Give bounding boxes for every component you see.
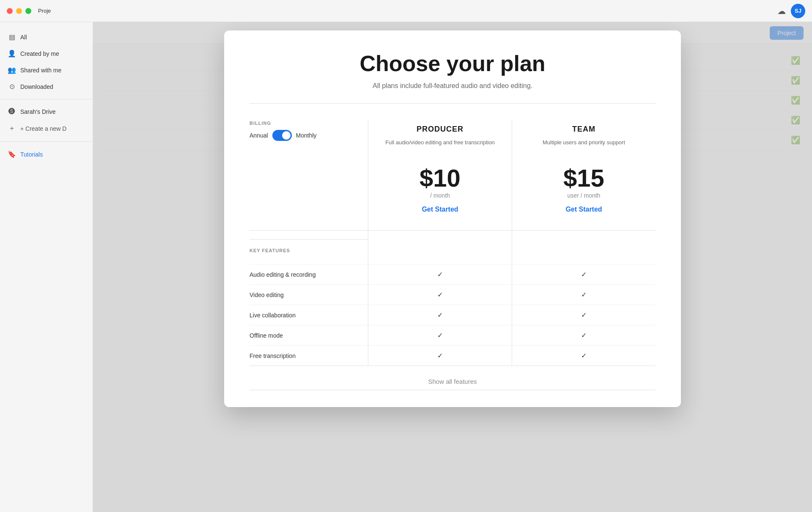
traffic-lights: [7, 8, 31, 14]
billing-col: BILLING Annual Monthly: [250, 121, 368, 230]
producer-plan-name: PRODUCER: [381, 121, 499, 134]
annual-label: Annual: [250, 132, 268, 139]
sidebar-item-created-by-me[interactable]: 👤 Created by me: [0, 45, 93, 62]
producer-get-started-button[interactable]: Get Started: [422, 206, 458, 213]
modal-header-divider: [250, 103, 656, 104]
shared-with-icon: 👥: [8, 66, 16, 74]
sidebar-label-shared: Shared with me: [20, 67, 61, 74]
sidebar-item-tutorials[interactable]: 🔖 Tutorials: [0, 146, 93, 162]
producer-plan-col: PRODUCER Full audio/video editing and fr…: [368, 121, 512, 230]
toggle-knob: [282, 131, 291, 140]
sidebar-label-created: Created by me: [20, 50, 59, 57]
feature-check-transcription-producer: ✓: [368, 345, 512, 366]
main-content: Project ✅ ✅ ✅ ✅ ✅ Choose your plan: [93, 22, 812, 512]
modal-bottom-bar: [250, 390, 656, 390]
key-features-spacer-2: [512, 230, 656, 264]
plus-icon: ＋: [8, 124, 16, 133]
feature-check-audio-team: ✓: [512, 264, 656, 284]
feature-label-video: Video editing: [250, 284, 368, 305]
sidebar-label-all: All: [20, 34, 27, 41]
avatar[interactable]: SJ: [791, 4, 805, 18]
producer-plan-description: Full audio/video editing and free transc…: [381, 139, 499, 156]
feature-check-collab-team: ✓: [512, 305, 656, 325]
sidebar-drive-label: Sarah's Drive: [20, 108, 56, 115]
feature-label-audio: Audio editing & recording: [250, 264, 368, 284]
show-all-row: Show all features: [250, 366, 656, 390]
create-new-label: + Create a new D: [20, 125, 66, 132]
feature-check-transcription-team: ✓: [512, 345, 656, 366]
modal-subtitle: All plans include full-featured audio an…: [250, 82, 656, 90]
feature-check-offline-team: ✓: [512, 325, 656, 345]
modal-title: Choose your plan: [250, 51, 656, 76]
producer-price: $10: [381, 166, 499, 190]
create-new-item[interactable]: ＋ + Create a new D: [0, 120, 93, 137]
key-features-label: KEY FEATURES: [250, 239, 368, 260]
created-by-me-icon: 👤: [8, 50, 16, 58]
feature-check-collab-producer: ✓: [368, 305, 512, 325]
producer-price-period: / month: [381, 192, 499, 199]
sidebar-item-shared-with[interactable]: 👥 Shared with me: [0, 62, 93, 78]
team-plan-name: TEAM: [525, 121, 643, 134]
feature-label-collab: Live collaboration: [250, 305, 368, 325]
downloaded-icon: ⊙: [8, 83, 16, 91]
feature-check-audio-producer: ✓: [368, 264, 512, 284]
team-plan-col: TEAM Multiple users and priority support…: [512, 121, 656, 230]
billing-section: BILLING Annual Monthly: [250, 121, 368, 141]
key-features-spacer-1: [368, 230, 512, 264]
all-icon: ▤: [8, 33, 16, 41]
titlebar: Proje ☁ SJ: [0, 0, 812, 22]
monthly-label: Monthly: [296, 132, 317, 139]
close-button[interactable]: [7, 8, 13, 14]
app-layout: ▤ All 👤 Created by me 👥 Shared with me ⊙…: [0, 22, 812, 512]
feature-label-offline: Offline mode: [250, 325, 368, 345]
team-price-period: user / month: [525, 192, 643, 199]
pricing-modal: Choose your plan All plans include full-…: [224, 30, 681, 407]
sidebar-divider: [0, 99, 93, 99]
minimize-button[interactable]: [16, 8, 22, 14]
sidebar-divider-2: [0, 141, 93, 142]
cloud-icon: ☁: [777, 6, 786, 16]
titlebar-right: ☁ SJ: [777, 4, 805, 18]
drive-icon: 🅢: [8, 108, 16, 116]
tutorials-icon: 🔖: [8, 150, 16, 158]
sidebar: ▤ All 👤 Created by me 👥 Shared with me ⊙…: [0, 22, 93, 512]
sidebar-item-downloaded[interactable]: ⊙ Downloaded: [0, 78, 93, 95]
billing-label: BILLING: [250, 121, 368, 126]
sidebar-label-downloaded: Downloaded: [20, 83, 53, 90]
feature-check-offline-producer: ✓: [368, 325, 512, 345]
modal-overlay: Choose your plan All plans include full-…: [93, 22, 812, 512]
tutorials-label: Tutorials: [20, 151, 43, 158]
billing-toggle-row: Annual Monthly: [250, 130, 368, 141]
sidebar-item-drive[interactable]: 🅢 Sarah's Drive: [0, 104, 93, 120]
maximize-button[interactable]: [25, 8, 31, 14]
team-plan-description: Multiple users and priority support: [525, 139, 643, 156]
team-get-started-button[interactable]: Get Started: [565, 206, 602, 213]
plans-container: BILLING Annual Monthly PRO: [250, 121, 656, 390]
billing-toggle[interactable]: [272, 130, 292, 141]
feature-check-video-team: ✓: [512, 284, 656, 305]
feature-label-transcription: Free transcription: [250, 345, 368, 366]
key-features-col: KEY FEATURES: [250, 230, 368, 264]
show-all-features-button[interactable]: Show all features: [428, 378, 477, 385]
feature-check-video-producer: ✓: [368, 284, 512, 305]
app-title: Proje: [38, 8, 51, 14]
sidebar-item-all[interactable]: ▤ All: [0, 29, 93, 45]
team-price: $15: [525, 166, 643, 190]
